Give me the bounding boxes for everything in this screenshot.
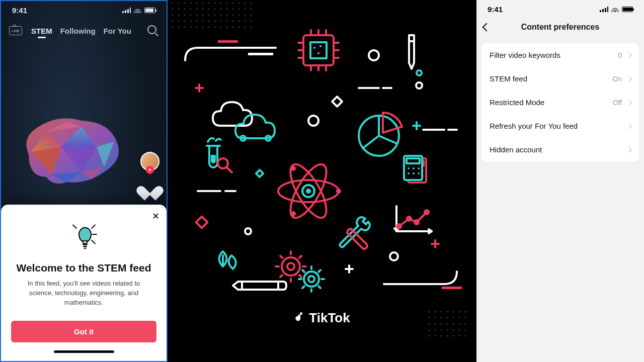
title-bar: Content preferences	[476, 18, 644, 36]
svg-rect-121	[248, 53, 273, 55]
svg-point-16	[178, 3, 180, 4]
home-indicator	[54, 350, 114, 353]
svg-point-79	[220, 27, 222, 28]
chevron-right-icon	[626, 123, 631, 129]
svg-line-204	[318, 270, 320, 272]
svg-point-56	[251, 15, 252, 16]
like-icon[interactable]	[141, 180, 158, 195]
row-refresh-fyf[interactable]: Refresh your For You feed	[481, 114, 639, 138]
status-icons	[122, 8, 155, 13]
svg-point-177	[291, 211, 296, 216]
row-stem-feed[interactable]: STEM feed On	[481, 67, 639, 90]
tab-following[interactable]: Following	[60, 27, 96, 35]
svg-point-66	[226, 21, 228, 22]
svg-point-137	[319, 45, 321, 47]
svg-point-58	[178, 21, 180, 22]
svg-point-175	[336, 189, 341, 194]
svg-point-116	[447, 335, 448, 337]
svg-point-115	[441, 335, 442, 337]
svg-rect-123	[310, 42, 327, 58]
svg-point-78	[214, 27, 216, 28]
svg-point-119	[465, 335, 466, 337]
svg-point-102	[447, 323, 448, 325]
creator-avatar[interactable]: +	[140, 152, 159, 171]
row-hidden-account[interactable]: Hidden account	[481, 138, 639, 161]
svg-point-50	[214, 15, 216, 16]
row-restricted-mode[interactable]: Restricted Mode Off	[481, 90, 639, 114]
svg-point-15	[172, 3, 174, 4]
svg-point-90	[459, 311, 460, 313]
row-value: On	[612, 75, 622, 83]
close-icon[interactable]: ✕	[152, 211, 159, 222]
tiktok-logo: TikTok	[294, 310, 350, 326]
svg-line-153	[379, 136, 396, 143]
svg-point-24	[226, 3, 228, 4]
svg-point-48	[202, 15, 204, 16]
wifi-icon	[611, 7, 619, 12]
svg-line-201	[302, 270, 304, 272]
live-button[interactable]: LIVE	[9, 26, 22, 35]
svg-point-176	[291, 166, 296, 171]
svg-point-96	[453, 317, 454, 319]
svg-point-174	[306, 189, 311, 194]
search-icon[interactable]	[147, 25, 158, 36]
svg-point-94	[441, 317, 442, 319]
svg-point-21	[208, 3, 210, 4]
svg-point-92	[429, 317, 430, 319]
svg-point-17	[184, 3, 186, 4]
status-time: 9:41	[12, 6, 27, 15]
tab-for-you[interactable]: For You	[104, 27, 131, 35]
follow-plus-icon[interactable]: +	[146, 166, 154, 174]
sheet-title: Welcome to the STEM feed	[11, 262, 156, 274]
tab-stem[interactable]: STEM	[31, 27, 52, 35]
row-label: Refresh your For You feed	[490, 122, 578, 130]
back-icon[interactable]	[482, 23, 491, 32]
svg-point-86	[435, 311, 436, 313]
svg-point-101	[441, 323, 442, 325]
svg-point-75	[196, 27, 198, 28]
svg-point-73	[184, 27, 186, 28]
svg-point-82	[238, 27, 240, 28]
svg-point-32	[190, 9, 192, 10]
svg-point-39	[232, 9, 234, 10]
svg-point-31	[184, 9, 186, 10]
chevron-right-icon	[626, 76, 631, 81]
svg-point-165	[413, 167, 415, 169]
svg-point-108	[441, 329, 442, 331]
svg-point-60	[190, 21, 192, 22]
svg-line-191	[280, 256, 282, 258]
svg-point-49	[208, 15, 210, 16]
svg-point-42	[251, 9, 252, 10]
svg-point-45	[184, 15, 186, 16]
svg-point-105	[465, 323, 466, 325]
svg-point-74	[190, 27, 192, 28]
row-label: Restricted Mode	[490, 98, 544, 107]
svg-rect-147	[332, 97, 342, 107]
svg-point-140	[308, 116, 318, 126]
svg-point-142	[417, 70, 422, 75]
svg-point-62	[202, 21, 204, 22]
row-value: 0	[618, 51, 622, 59]
svg-point-76	[202, 27, 204, 28]
svg-point-57	[172, 21, 174, 22]
svg-point-95	[447, 317, 448, 319]
brain-graphic	[11, 112, 127, 192]
svg-point-20	[202, 3, 204, 4]
svg-line-192	[299, 275, 301, 277]
svg-point-54	[238, 15, 240, 16]
svg-line-202	[318, 286, 320, 288]
svg-point-87	[441, 311, 442, 313]
svg-point-55	[245, 15, 246, 16]
svg-point-29	[172, 9, 174, 10]
got-it-button[interactable]: Got it	[11, 321, 156, 342]
battery-icon	[622, 7, 633, 12]
svg-point-33	[196, 9, 198, 10]
svg-point-141	[416, 82, 422, 88]
side-action-bar: +	[140, 152, 159, 195]
chevron-right-icon	[626, 52, 631, 58]
chevron-right-icon	[626, 100, 631, 105]
row-filter-keywords[interactable]: Filter video keywords 0	[481, 43, 639, 67]
svg-point-19	[196, 3, 198, 4]
svg-point-136	[313, 47, 315, 49]
svg-point-85	[429, 311, 430, 313]
